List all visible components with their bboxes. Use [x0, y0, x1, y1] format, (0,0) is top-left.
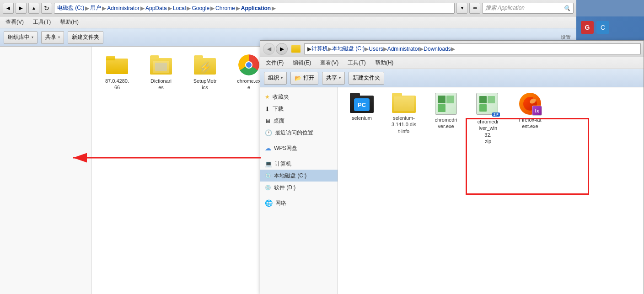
firefox-exe-icon: fx — [519, 93, 541, 115]
fg-back-btn[interactable]: ◀ — [263, 43, 275, 55]
folder-open-icon: 📂 — [295, 75, 301, 81]
fg-menu-bar: 文件(F) 编辑(E) 查看(V) 工具(T) 帮助(H) — [260, 57, 644, 69]
fg-share-btn[interactable]: 共享▾ — [322, 72, 345, 85]
sidebar-item-local-disk[interactable]: 💿 本地磁盘 (C:) — [260, 170, 338, 182]
search-icon: 🔍 — [564, 5, 570, 11]
file-setupmetrics[interactable]: ⚡ SetupMetrics — [187, 54, 223, 97]
fg-menu-file[interactable]: 文件(F) — [264, 58, 285, 68]
fg-file-area: PC selenium selenium-3.141.0.dist-info — [338, 87, 644, 294]
file-selenium-dist-label: selenium-3.141.0.dist-info — [392, 115, 416, 134]
file-firefox-exe[interactable]: fx Firefox-latest.exe — [512, 93, 548, 144]
star-icon: ★ — [265, 94, 270, 100]
fg-organize-btn[interactable]: 组织▾ — [264, 72, 287, 85]
sidebar-item-computer[interactable]: 💻 计算机 — [260, 158, 338, 170]
sidebar-item-downloads[interactable]: ⬇ 下载 — [260, 103, 338, 115]
path-arrow: ▶ — [307, 46, 311, 52]
sidebar-item-drive-d[interactable]: 💿 软件 (D:) — [260, 182, 338, 193]
bg-refresh-btn[interactable]: ↻ — [41, 3, 52, 14]
path-part-application: Application — [241, 5, 271, 11]
fg-path-computer: 计算机 — [311, 45, 328, 53]
fg-path-local-disk: 本地磁盘 (C:) — [332, 45, 365, 53]
sidebar-item-favorites[interactable]: ★ 收藏夹 — [260, 91, 338, 103]
file-setupmetrics-label: SetupMetrics — [193, 78, 217, 91]
bg-back-btn[interactable]: ◀ — [3, 3, 14, 14]
sidebar-downloads-label: 下载 — [273, 105, 284, 113]
fg-menu-view[interactable]: 查看(V) — [318, 58, 340, 68]
file-selenium-label: selenium — [352, 115, 372, 121]
bg-forward-btn[interactable]: ▶ — [16, 3, 27, 14]
menu-help[interactable]: 帮助(H) — [58, 17, 80, 27]
chrome-icon — [238, 54, 260, 76]
path-part: 电磁盘 (C:) — [57, 4, 84, 12]
file-87[interactable]: 87.0.4280.66 — [99, 54, 135, 97]
bg-up-btn[interactable]: ▲ — [28, 3, 39, 14]
sidebar-favorites-label: 收藏夹 — [273, 93, 289, 101]
bg-dropdown-btn[interactable]: ▾ — [456, 3, 467, 14]
fg-open-btn[interactable]: 📂 打开 — [290, 72, 318, 85]
network-icon: 🌐 — [265, 199, 273, 207]
fg-forward-btn[interactable]: ▶ — [276, 43, 288, 55]
chromedriver-exe-icon — [435, 93, 457, 115]
taskbar-icon-2: C — [596, 21, 609, 34]
menu-view[interactable]: 查看(V) — [4, 17, 26, 27]
file-dictionaries[interactable]: Dictionaries — [143, 54, 179, 97]
menu-tools[interactable]: 工具(T) — [31, 17, 53, 27]
sidebar-item-wps[interactable]: ☁ WPS网盘 — [260, 142, 338, 154]
download-folder-icon: ⬇ — [265, 106, 270, 112]
bg-address-bar: ◀ ▶ ▲ ↻ 电磁盘 (C:) ▶ 用户 ▶ Administrator ▶ … — [0, 0, 576, 16]
folder-shape — [106, 56, 128, 74]
file-chromedriver-exe-label: chromedriver.exe — [435, 117, 457, 130]
file-firefox-label: Firefox-latest.exe — [519, 117, 542, 130]
fg-toolbar: 组织▾ 📂 打开 共享▾ 新建文件夹 — [260, 69, 644, 87]
fg-path-admin: Administrator — [387, 46, 420, 52]
file-chromedriver-zip-label: chromedriver_win32.zip — [478, 118, 499, 144]
folder-icon-87 — [106, 54, 128, 76]
selenium-folder-icon: PC — [350, 93, 374, 113]
path-part: Local — [173, 5, 186, 11]
file-87-label: 87.0.4280.66 — [105, 78, 129, 91]
fg-folder-small-icon — [291, 45, 301, 53]
fg-menu-tools[interactable]: 工具(T) — [346, 58, 367, 68]
selenium-dist-folder-icon — [392, 93, 416, 113]
file-selenium[interactable]: PC selenium — [343, 93, 380, 144]
recent-icon: 🕐 — [265, 129, 272, 136]
sidebar-drive-d-label: 软件 (D:) — [274, 184, 295, 192]
sidebar-recent-label: 最近访问的位置 — [275, 129, 313, 137]
file-chromedriver-exe[interactable]: chromedriver.exe — [428, 93, 464, 144]
sidebar-desktop-label: 桌面 — [274, 117, 284, 125]
fg-path-bar[interactable]: ▶ 计算机 ▶ 本地磁盘 (C:) ▶ Users ▶ Administrato… — [304, 43, 641, 54]
path-part: 用户 — [90, 4, 101, 12]
desktop-icon: 🖥 — [265, 118, 271, 124]
taskbar-icon-1: G — [581, 21, 594, 34]
file-dictionaries-label: Dictionaries — [150, 78, 172, 91]
file-selenium-dist[interactable]: selenium-3.141.0.dist-info — [386, 93, 422, 144]
new-folder-btn[interactable]: 新建文件夹 — [68, 31, 103, 44]
firefox-badge: fx — [532, 106, 542, 116]
sidebar-item-recent[interactable]: 🕐 最近访问的位置 — [260, 127, 338, 139]
sidebar-item-desktop[interactable]: 🖥 桌面 — [260, 115, 338, 127]
dropdown-arrow-icon: ▾ — [32, 35, 33, 39]
bg-search-box[interactable]: 搜索 Application 🔍 — [482, 3, 574, 14]
fg-content: ★ 收藏夹 ⬇ 下载 🖥 桌面 🕐 最近访问的位置 ☁ WPS网盘 — [260, 87, 644, 294]
bg-nav-arrows[interactable]: ⇔ — [469, 3, 480, 14]
folder-icon-dictionaries — [150, 54, 172, 76]
fg-menu-help[interactable]: 帮助(H) — [373, 58, 396, 68]
bg-search-placeholder: 搜索 Application — [485, 4, 525, 12]
fg-menu-edit[interactable]: 编辑(E) — [291, 58, 313, 68]
fg-sidebar: ★ 收藏夹 ⬇ 下载 🖥 桌面 🕐 最近访问的位置 ☁ WPS网盘 — [260, 87, 338, 294]
bg-address-path[interactable]: 电磁盘 (C:) ▶ 用户 ▶ Administrator ▶ AppData … — [54, 3, 455, 14]
fg-new-folder-btn[interactable]: 新建文件夹 — [349, 72, 384, 85]
organize-library-btn[interactable]: 组织库中▾ — [4, 31, 38, 44]
sidebar-local-disk-label: 本地磁盘 (C:) — [274, 172, 306, 180]
fg-path-downloads: Downloads — [424, 46, 451, 52]
share-btn[interactable]: 共享▾ — [41, 31, 64, 44]
sidebar-item-network[interactable]: 🌐 网络 — [260, 197, 338, 209]
computer-icon: 💻 — [265, 160, 272, 167]
fg-downloads-window: ◀ ▶ ▶ 计算机 ▶ 本地磁盘 (C:) ▶ Users ▶ Administ… — [260, 40, 644, 294]
file-chromedriver-zip[interactable]: ZIP chromedriver_win32.zip — [470, 93, 506, 144]
sidebar-computer-label: 计算机 — [275, 160, 291, 168]
dropdown-icon: ▾ — [281, 76, 283, 80]
fg-address-bar: ◀ ▶ ▶ 计算机 ▶ 本地磁盘 (C:) ▶ Users ▶ Administ… — [260, 41, 644, 57]
sidebar-network-label: 网络 — [275, 199, 286, 207]
fg-nav-buttons: ◀ ▶ — [263, 43, 288, 55]
